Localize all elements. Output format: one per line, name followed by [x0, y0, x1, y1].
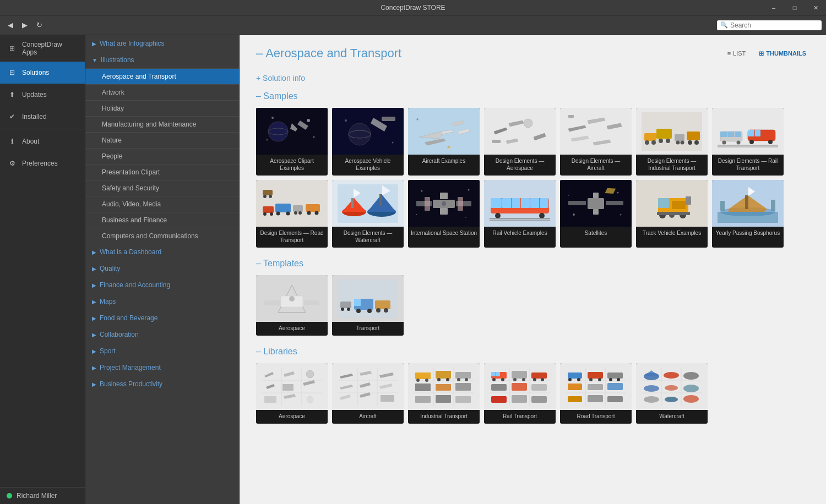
thumb-img-design-industrial: [636, 108, 708, 155]
templates-header[interactable]: Templates: [256, 259, 809, 269]
thumb-design-road[interactable]: Design Elements — Road Transport: [256, 180, 328, 248]
thumb-design-aircraft[interactable]: Design Elements — Aircraft: [560, 108, 632, 176]
section-header-biz-prod[interactable]: ▶ Business Productivity: [85, 376, 239, 392]
svg-point-121: [617, 191, 619, 193]
section-label-food: Food and Beverage: [100, 314, 157, 322]
subitem-holiday[interactable]: Holiday: [85, 100, 239, 116]
thumb-label-aerospace-vehicle: Aerospace Vehicle Examples: [332, 155, 404, 176]
close-button[interactable]: ✕: [805, 0, 826, 15]
lib-rail-transport[interactable]: Rail Transport: [484, 363, 556, 424]
thumb-design-industrial[interactable]: Design Elements — Industrial Transport: [636, 108, 708, 176]
refresh-button[interactable]: ↻: [33, 19, 46, 31]
sidebar-item-apps[interactable]: ⊞ ConceptDraw Apps: [0, 35, 85, 62]
section-header-project[interactable]: ▶ Project Management: [85, 359, 239, 376]
thumb-satellites[interactable]: Satellites: [560, 180, 632, 248]
thumb-transport-template[interactable]: Transport: [332, 275, 404, 336]
thumb-aerospace-template[interactable]: Aerospace: [256, 275, 328, 336]
section-label-illustrations: Illustrations: [101, 56, 134, 64]
lib-aerospace[interactable]: Aerospace: [256, 363, 328, 424]
solution-info-header[interactable]: + Solution info: [256, 74, 809, 83]
subitem-safety[interactable]: Safety and Security: [85, 180, 239, 196]
lib-aircraft[interactable]: Aircraft: [332, 363, 404, 424]
thumbnails-view-button[interactable]: ⊞ THUMBNAILS: [756, 48, 809, 59]
section-header-collaboration[interactable]: ▶ Collaboration: [85, 326, 239, 343]
svg-rect-132: [657, 212, 690, 215]
about-icon: ℹ: [7, 136, 18, 147]
subitem-audio[interactable]: Audio, Video, Media: [85, 196, 239, 212]
subitem-business[interactable]: Business and Finance: [85, 212, 239, 228]
thumb-aerospace-vehicle[interactable]: Aerospace Vehicle Examples: [332, 108, 404, 176]
subitem-nature[interactable]: Nature: [85, 132, 239, 148]
thumb-design-watercraft[interactable]: Design Elements — Watercraft: [332, 180, 404, 248]
section-header-quality[interactable]: ▶ Quality: [85, 260, 239, 277]
section-label-sport: Sport: [100, 347, 116, 355]
svg-rect-213: [491, 372, 496, 376]
svg-rect-244: [588, 384, 603, 390]
search-input[interactable]: [730, 21, 818, 29]
section-header-food[interactable]: ▶ Food and Beverage: [85, 310, 239, 326]
subitem-presentation[interactable]: Presentation Clipart: [85, 164, 239, 180]
title-bar: ConceptDraw STORE – □ ✕: [0, 0, 826, 15]
svg-point-60: [768, 140, 773, 144]
svg-point-48: [694, 140, 699, 145]
svg-point-72: [298, 211, 302, 215]
arrow-icon-infographics: ▶: [92, 41, 96, 47]
svg-marker-3: [297, 120, 308, 130]
svg-point-151: [356, 309, 361, 313]
subitem-artwork[interactable]: Artwork: [85, 84, 239, 100]
maximize-button[interactable]: □: [784, 0, 805, 15]
list-view-button[interactable]: ≡ LIST: [724, 48, 749, 58]
thumb-yearly-passing[interactable]: Yearly Passing Bosphorus: [712, 180, 784, 248]
sidebar-item-updates[interactable]: ⬆ Updates: [0, 84, 85, 106]
sidebar-item-preferences[interactable]: ⚙ Preferences: [0, 152, 85, 174]
svg-rect-145: [264, 300, 280, 305]
view-toggle: ≡ LIST ⊞ THUMBNAILS: [724, 48, 809, 59]
thumb-svg-aerospace-vehicle: [338, 112, 398, 151]
minimize-button[interactable]: –: [763, 0, 784, 15]
svg-point-262: [665, 397, 678, 402]
lib-img-aircraft: [332, 363, 404, 410]
section-header-dashboard[interactable]: ▶ What is a Dashboard: [85, 244, 239, 260]
svg-point-242: [617, 378, 620, 381]
subitem-computers[interactable]: Computers and Communications: [85, 228, 239, 244]
svg-rect-153: [375, 300, 390, 309]
svg-point-74: [307, 211, 311, 215]
thumb-design-rail[interactable]: Design Elements — Rail Transport: [712, 108, 784, 176]
svg-point-215: [492, 378, 496, 381]
svg-point-39: [651, 140, 656, 145]
libraries-header[interactable]: Libraries: [256, 347, 809, 357]
section-header-maps[interactable]: ▶ Maps: [85, 293, 239, 310]
search-box[interactable]: 🔍: [717, 20, 822, 30]
thumb-aerospace-clipart[interactable]: Aerospace Clipart Examples: [256, 108, 328, 176]
svg-point-239: [598, 378, 601, 381]
section-header-infographics[interactable]: ▶ What are Infographics: [85, 35, 239, 52]
section-maps: ▶ Maps: [85, 293, 239, 310]
thumb-rail-vehicle[interactable]: Rail Vehicle Examples: [484, 180, 556, 248]
lib-industrial-transport[interactable]: Industrial Transport: [408, 363, 480, 424]
subitem-aerospace[interactable]: Aerospace and Transport: [85, 68, 239, 84]
forward-button[interactable]: ▶: [19, 19, 31, 31]
lib-watercraft[interactable]: Watercraft: [636, 363, 708, 424]
thumb-intl-space-station[interactable]: International Space Station: [408, 180, 480, 248]
section-header-sport[interactable]: ▶ Sport: [85, 343, 239, 359]
lib-road-transport[interactable]: Road Transport: [560, 363, 632, 424]
solution-info-toggle: +: [256, 74, 263, 83]
thumb-track-vehicle[interactable]: Track Vehicle Examples: [636, 180, 708, 248]
subitem-people[interactable]: People: [85, 148, 239, 164]
sidebar-item-installed[interactable]: ✔ Installed: [0, 106, 85, 128]
svg-rect-82: [351, 198, 354, 208]
sidebar: ⊞ ConceptDraw Apps ⊟ Solutions ⬆ Updates…: [0, 35, 85, 504]
thumb-design-aerospace[interactable]: Design Elements — Aerospace: [484, 108, 556, 176]
subitem-manufacturing[interactable]: Manufacturing and Maintenance: [85, 116, 239, 132]
sidebar-item-about[interactable]: ℹ About: [0, 130, 85, 152]
svg-rect-198: [455, 372, 471, 379]
section-header-illustrations[interactable]: ▼ Illustrations: [85, 52, 239, 68]
back-button[interactable]: ◀: [4, 19, 17, 31]
thumb-aircraft-examples[interactable]: ✈ 🚁 Aircraft Examples: [408, 108, 480, 176]
section-header-finance[interactable]: ▶ Finance and Accounting: [85, 277, 239, 293]
svg-point-96: [442, 201, 446, 206]
sidebar-item-solutions[interactable]: ⊟ Solutions: [0, 62, 85, 84]
thumb-img-design-aircraft: [560, 108, 632, 155]
svg-point-0: [268, 122, 288, 141]
samples-header[interactable]: Samples: [256, 91, 809, 101]
